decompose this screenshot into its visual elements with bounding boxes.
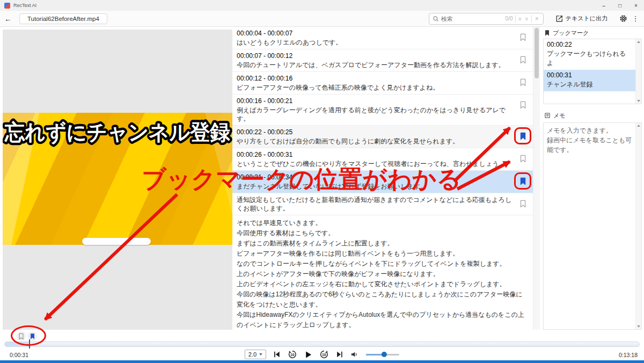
transcript-line[interactable]: 今回使用する素材はこちらです。 [237,228,529,238]
skip-to-end-button[interactable] [336,351,343,358]
settings-button[interactable] [616,14,630,23]
timeline-bookmark-icon-inactive[interactable] [16,331,26,341]
playback-speed-value: 2.0 [248,351,257,358]
seekbar-progress [5,342,30,346]
transcript-entry-time: 00:00:22 - 00:00:25 [237,128,515,136]
scrollbar-thumb[interactable] [535,28,539,78]
transcript-entry[interactable]: 00:00:04 - 00:00:07はいどうもクリエルのあつしです。 [232,27,533,49]
file-tab[interactable]: Tutorial62BeforeAfter.mp4 [19,13,107,24]
window-controls: – □ × [596,0,644,11]
search-icon [433,16,439,22]
transcript-entry-text: 今回のチュートリアルでは、ベガスプロでビフォーアフター動画を作る方法を解説します… [237,61,515,69]
bookmarks-header: ブックマーク [543,27,642,39]
seekbar[interactable] [4,342,640,347]
search-box[interactable]: 0/0 ∧ ∨ × [429,13,544,25]
bookmark-toggle-icon[interactable] [516,31,529,43]
rewind-10-button[interactable]: 10 [288,350,297,359]
bookmark-list: 00:00:22ブックマークもつけられるよ00:00:31チャンネル登録 [544,39,635,91]
transcript-line[interactable]: 今回の映像は12秒程度あるので6秒ぐらいのところあたりにしましょうか次にこのアフ… [237,289,529,310]
bookmark-toggle-icon[interactable] [516,76,529,89]
svg-text:10: 10 [322,353,326,357]
maximize-button[interactable]: □ [612,0,628,11]
transcript-entry[interactable]: 00:00:31 - 00:00:34まだチャンネル登録していない方は忘れず登録… [232,171,533,193]
transcript-line[interactable]: まずはこの動画素材をタイムライン上に配置します。 [237,238,529,249]
transcript-entry-time: 00:00:16 - 00:00:21 [237,97,515,105]
transcript-line[interactable]: それでは早速見ていきます。 [237,218,529,228]
volume-button[interactable] [350,351,359,358]
bookmark-toggle-icon[interactable] [516,129,529,142]
transcript-entry-time: 00:00:31 - 00:00:34 [237,173,515,181]
transcript-entry-text: はいどうもクリエルのあつしです。 [237,38,515,47]
volume-slider[interactable] [366,351,399,358]
bookmark-item-label: チャンネル登録 [547,80,632,89]
transcript-entry-time: 00:00:12 - 00:00:16 [237,75,515,82]
close-button[interactable]: × [628,0,644,11]
transcript-entry[interactable]: 00:00:12 - 00:00:16ビフォーアフターの映像って色補正系の映像で… [232,72,533,95]
search-prev-button[interactable]: ∧ [518,16,523,21]
scroll-down-arrow[interactable] [637,325,640,328]
bookmark-toggle-icon[interactable] [516,152,529,165]
scroll-up-arrow[interactable] [637,41,640,43]
transcript-entry-text: ビフォーアフターの映像って色補正系の映像でよく見かけますよね。 [237,83,515,92]
skip-to-start-button[interactable] [273,351,281,358]
transcript-entry[interactable]: 00:00:26 - 00:00:31ということでぜひこの機会にやり方をマスター… [232,148,533,171]
search-next-button[interactable]: ∨ [524,16,529,21]
app-icon [4,3,10,9]
transcript-entry[interactable]: 00:00:16 - 00:00:21例えばカラーグレーディングを適用する前と後… [232,95,533,126]
transcript-entry[interactable]: 00:00:07 - 00:00:12今回のチュートリアルでは、ベガスプロでビフ… [232,49,533,72]
bookmarks-list-panel: 00:00:22ブックマークもつけられるよ00:00:31チャンネル登録 [543,39,642,104]
transcript-scrollbar[interactable] [533,27,540,330]
bookmark-item-time: 00:00:22 [547,41,632,48]
rewind-10-icon: 10 [288,350,297,359]
chevron-down-icon [259,353,262,355]
export-text-button[interactable]: テキストに出力 [551,12,612,25]
memo-title: メモ [553,112,566,120]
forward-10-button[interactable]: 10 [319,350,329,359]
search-clear-button[interactable]: × [534,15,540,23]
search-input[interactable] [441,16,503,22]
bookmarks-scrollbar[interactable] [635,39,641,104]
skip-start-icon [273,351,281,358]
scroll-up-arrow[interactable] [637,125,640,127]
playhead-marker[interactable] [29,339,30,349]
player-bar: 0:00:31 0:13:18 2.0 10 10 [0,330,644,360]
transcript-entry-time: 00:00:07 - 00:00:12 [237,52,515,60]
transcript-line[interactable]: 上のイベントがアフター映像で下の映像がビフォー映像になります。 [237,269,529,279]
app-title: RecText AI [13,3,36,8]
back-button[interactable]: ← [0,14,16,23]
video-caption-wrap: 忘れずにチャンネル登録 [3,115,232,149]
more-menu-button[interactable]: ⋮ [630,14,641,23]
transcript-line[interactable]: 今回はHideawayFXのクリエイティブからAutoluxを選んで中のプリセッ… [237,310,529,330]
video-preview[interactable]: 忘れずにチャンネル登録 [3,30,232,330]
transcript-continuation: それでは早速見ていきます。今回使用する素材はこちらです。まずはこの動画素材をタイ… [232,215,533,330]
sidebar: ブックマーク 00:00:22ブックマークもつけられるよ00:00:31チャンネ… [543,27,642,330]
transcript-line[interactable]: なのでコントロールキーを押しながらイベントを下にドラッグしてイベントを複製します… [237,259,529,269]
bookmark-toggle-icon[interactable] [516,98,529,111]
memo-scrollbar[interactable] [635,123,641,329]
transport-controls: 2.0 10 10 [245,350,399,359]
video-caption: 忘れずにチャンネル登録 [4,120,230,145]
transcript-entry-text: 通知設定もしていただけると新着動画の通知が届きますのでコメントなどによる応援もよ… [237,195,515,213]
play-button[interactable] [304,351,312,359]
scroll-down-arrow[interactable] [637,100,640,102]
bookmark-toggle-icon[interactable] [516,175,529,187]
volume-handle[interactable] [382,352,387,357]
bookmark-item-time: 00:00:31 [547,71,632,79]
bookmarks-title: ブックマーク [553,29,589,37]
play-icon [304,351,312,359]
transcript-line[interactable]: 上のビデオイベントの左エッジを右に動かして変化させたいポイントまでドラッグします… [237,279,529,289]
bookmark-item[interactable]: 00:00:31チャンネル登録 [544,70,635,91]
bookmark-item[interactable]: 00:00:22ブックマークもつけられるよ [544,39,635,70]
memo-header: メモ [543,110,642,121]
transcript-line[interactable]: ビフォーアフター映像を作るには同じ動画イベントをもう一つ用意します。 [237,249,529,259]
transcript-entry[interactable]: 通知設定もしていただけると新着動画の通知が届きますのでコメントなどによる応援もよ… [232,193,533,215]
transcript-entry-text: ということでぜひこの機会にやり方をマスターして視聴者におーってね、言わせましょう… [237,159,515,168]
transcript-entry[interactable]: 00:00:22 - 00:00:25やり方をしておけば自分の動画でも同じように… [232,126,533,148]
playback-speed-select[interactable]: 2.0 [245,350,266,359]
memo-input-area[interactable]: メモを入力できます。 録画中にメモを取ることも可能です。 [543,122,642,330]
minimize-button[interactable]: – [596,0,612,11]
transcript-entry-text: やり方をしておけば自分の動画でも同じように劇的な変化を見せられます。 [237,137,515,146]
bookmark-toggle-icon[interactable] [516,197,529,210]
speaker-icon [350,351,359,358]
bookmark-toggle-icon[interactable] [516,53,529,66]
